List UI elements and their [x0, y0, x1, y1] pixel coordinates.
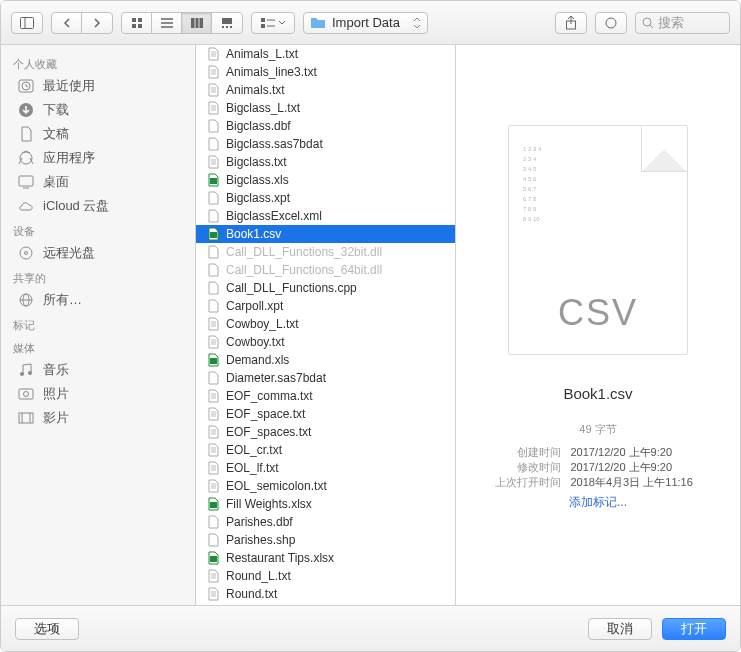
file-row[interactable]: Bigclass.dbf	[196, 117, 455, 135]
column-view[interactable]	[182, 13, 212, 33]
svg-rect-28	[19, 176, 33, 186]
svg-rect-40	[19, 413, 33, 423]
sidebar-item[interactable]: 下载	[1, 98, 195, 122]
sidebar-item-label: 应用程序	[43, 149, 95, 167]
file-row[interactable]: Parishes.dbf	[196, 513, 455, 531]
svg-rect-3	[138, 18, 142, 22]
sidebar-item[interactable]: 所有…	[1, 288, 195, 312]
file-row[interactable]: Round_L.txt	[196, 567, 455, 585]
file-name: Call_DLL_Functions.cpp	[226, 279, 357, 297]
sidebar-item[interactable]: 照片	[1, 382, 195, 406]
file-name: EOL_lf.txt	[226, 459, 279, 477]
svg-rect-11	[199, 18, 203, 28]
file-row[interactable]: Animals_line3.txt	[196, 63, 455, 81]
sidebar-section-header: 媒体	[1, 335, 195, 358]
share-button[interactable]	[555, 12, 587, 34]
chevron-updown-icon	[413, 18, 421, 28]
file-name: EOF_comma.txt	[226, 387, 313, 405]
sidebar-item[interactable]: 文稿	[1, 122, 195, 146]
svg-rect-15	[230, 26, 232, 28]
preview-filesize: 49 字节	[579, 422, 616, 437]
meta-label: 创建时间	[481, 445, 561, 460]
icon-view[interactable]	[122, 13, 152, 33]
options-button[interactable]: 选项	[15, 618, 79, 640]
search-icon	[642, 17, 654, 29]
file-name: Animals_L.txt	[226, 45, 298, 63]
file-row[interactable]: Book1.csv	[196, 225, 455, 243]
file-row[interactable]: EOF_spaces.txt	[196, 423, 455, 441]
search-placeholder: 搜索	[658, 14, 684, 32]
sidebar-item-label: 远程光盘	[43, 244, 95, 262]
file-name: Book1.csv	[226, 225, 281, 243]
file-row[interactable]: Demand.xls	[196, 351, 455, 369]
file-list-column[interactable]: Animals_L.txtAnimals_line3.txtAnimals.tx…	[196, 45, 456, 605]
file-row[interactable]: Bigclass.xls	[196, 171, 455, 189]
sidebar-item[interactable]: 应用程序	[1, 146, 195, 170]
add-tag-link[interactable]: 添加标记...	[569, 494, 627, 511]
file-row[interactable]: EOF_space.txt	[196, 405, 455, 423]
file-name: EOL_semicolon.txt	[226, 477, 327, 495]
file-row[interactable]: EOL_lf.txt	[196, 459, 455, 477]
meta-label: 上次打开时间	[481, 475, 561, 490]
file-row[interactable]: Round.txt	[196, 585, 455, 603]
preview-filename: Book1.csv	[563, 385, 632, 402]
file-name: Round_L.txt	[226, 567, 291, 585]
meta-value: 2017/12/20 上午9:20	[571, 445, 716, 460]
group-by-button[interactable]	[251, 12, 295, 34]
file-row[interactable]: Carpoll.xpt	[196, 297, 455, 315]
file-row[interactable]: Restaurant Tips.xlsx	[196, 549, 455, 567]
file-row[interactable]: Animals.txt	[196, 81, 455, 99]
file-row[interactable]: Diameter.sas7bdat	[196, 369, 455, 387]
file-row[interactable]: Bigclass_L.txt	[196, 99, 455, 117]
view-mode-group	[121, 12, 243, 34]
sidebar-item[interactable]: 桌面	[1, 170, 195, 194]
svg-line-23	[650, 25, 653, 28]
file-row[interactable]: Parishes.shp	[196, 531, 455, 549]
sidebar-item-label: iCloud 云盘	[43, 197, 109, 215]
svg-point-36	[28, 371, 32, 375]
file-row[interactable]: Fill Weights.xlsx	[196, 495, 455, 513]
sidebar-item-label: 文稿	[43, 125, 69, 143]
sidebar-item[interactable]: 远程光盘	[1, 241, 195, 265]
file-name: Diameter.sas7bdat	[226, 369, 326, 387]
sidebar-section-header: 标记	[1, 312, 195, 335]
dialog-body: 个人收藏最近使用下载文稿应用程序桌面iCloud 云盘设备远程光盘共享的所有…标…	[1, 45, 740, 605]
file-row[interactable]: EOL_cr.txt	[196, 441, 455, 459]
file-row[interactable]: Animals_L.txt	[196, 45, 455, 63]
gallery-view[interactable]	[212, 13, 242, 33]
sidebar-item-label: 下载	[43, 101, 69, 119]
file-row[interactable]: Cowboy_L.txt	[196, 315, 455, 333]
file-name: EOL_cr.txt	[226, 441, 282, 459]
file-name: Bigclass.txt	[226, 153, 287, 171]
sidebar-item-label: 影片	[43, 409, 69, 427]
svg-point-30	[20, 247, 32, 259]
search-field[interactable]: 搜索	[635, 12, 730, 34]
sidebar-item[interactable]: 影片	[1, 406, 195, 430]
file-row[interactable]: Cowboy.txt	[196, 333, 455, 351]
file-row[interactable]: Call_DLL_Functions_64bit.dll	[196, 261, 455, 279]
file-row[interactable]: BigclassExcel.xml	[196, 207, 455, 225]
open-button[interactable]: 打开	[662, 618, 726, 640]
file-row[interactable]: Bigclass.xpt	[196, 189, 455, 207]
file-row[interactable]: Bigclass.sas7bdat	[196, 135, 455, 153]
sidebar-item-label: 最近使用	[43, 77, 95, 95]
tags-button[interactable]	[595, 12, 627, 34]
list-view[interactable]	[152, 13, 182, 33]
file-row[interactable]: Call_DLL_Functions_32bit.dll	[196, 243, 455, 261]
file-row[interactable]: EOL_semicolon.txt	[196, 477, 455, 495]
sidebar-item[interactable]: 音乐	[1, 358, 195, 382]
sidebar-toggle[interactable]	[12, 13, 42, 33]
sidebar-item[interactable]: iCloud 云盘	[1, 194, 195, 218]
cancel-button[interactable]: 取消	[588, 618, 652, 640]
forward-button[interactable]	[82, 13, 112, 33]
path-dropdown[interactable]: Import Data	[303, 12, 428, 34]
file-row[interactable]: EOF_comma.txt	[196, 387, 455, 405]
file-name: Animals_line3.txt	[226, 63, 317, 81]
file-row[interactable]: Bigclass.txt	[196, 153, 455, 171]
sidebar-item[interactable]: 最近使用	[1, 74, 195, 98]
file-row[interactable]: Call_DLL_Functions.cpp	[196, 279, 455, 297]
preview-pane: 1 2 3 42 3 43 4 54 5 65 6 76 7 87 8 98 9…	[456, 45, 740, 605]
back-button[interactable]	[52, 13, 82, 33]
svg-rect-86	[210, 556, 217, 562]
file-name: Cowboy_L.txt	[226, 315, 299, 333]
